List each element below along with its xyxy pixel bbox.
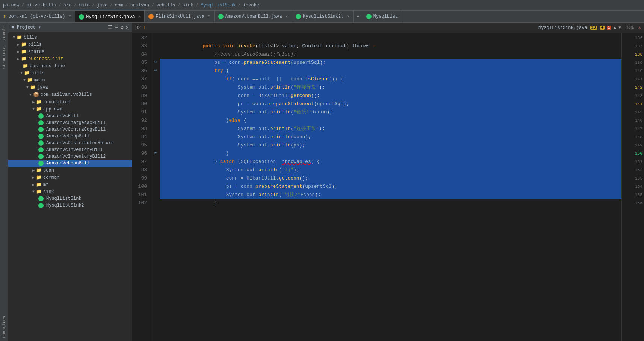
sidebar-item-AmazonVcContraCogsBill[interactable]: AmazonVcContraCogsBill: [8, 126, 132, 133]
gutter-line-91: [151, 107, 160, 116]
sidebar-tree: ▼ 📁 bills ▶ 📁 bills ▶ 📁 status ▶: [8, 32, 132, 341]
flinksink-icon: [148, 14, 154, 19]
sidebar-item-AmazonVcInventoryBill2[interactable]: AmazonVcInventoryBill2: [8, 153, 132, 160]
code-line-96: } catch (SQLException throwables) {: [160, 149, 621, 158]
folder-icon-sink: 📁: [36, 189, 42, 195]
sidebar-item-bean[interactable]: ▶ 📁 bean: [8, 167, 132, 174]
side-labels: Commit Structure Favorites: [0, 23, 8, 341]
bc-pi-now[interactable]: pi-now: [3, 3, 19, 8]
amazonloan-icon: [218, 14, 224, 19]
java-icon-5: [38, 140, 44, 146]
gutter-line-92: [151, 116, 160, 124]
sidebar-icon-collapse[interactable]: ≡: [115, 24, 118, 30]
right-linenum-142: 142: [622, 83, 644, 92]
gutter-line-95: [151, 140, 160, 149]
warn-count-1[interactable]: 13: [590, 26, 597, 30]
tab-amazonloan[interactable]: AmazonVcLoanBill.java ×: [215, 11, 292, 22]
right-linenum-153: 153: [622, 174, 644, 183]
bc-mysqlsink[interactable]: MysqlListSink: [201, 3, 236, 8]
right-linenum-141: 141: [622, 75, 644, 83]
fix-count[interactable]: 1: [607, 26, 611, 30]
sidebar-item-MysqlListSink2[interactable]: MysqlListSink2: [8, 202, 132, 209]
gutter-line-98: [151, 165, 160, 174]
java-icon-7: [38, 154, 44, 159]
sidebar-icon-gear[interactable]: ⚙: [120, 24, 123, 30]
java-icon-3: [38, 127, 44, 132]
right-linenum-155: 155: [622, 191, 644, 199]
code-line-102: [160, 199, 621, 207]
sidebar-item-main[interactable]: ▼ 📁 main: [8, 77, 132, 84]
bc-sink[interactable]: sink: [183, 3, 194, 8]
sidebar-icon-close[interactable]: ✕: [126, 24, 129, 30]
tab-mysqlsink-close[interactable]: ×: [138, 15, 141, 19]
sidebar-item-AmazonVcDistributorReturn[interactable]: AmazonVcDistributorReturn: [8, 140, 132, 146]
sidebar-item-AmazonVcChargebackBill[interactable]: AmazonVcChargebackBill: [8, 119, 132, 126]
sidebar-item-business-init[interactable]: ▶ 📁 business-init: [8, 55, 132, 62]
bc-pi-vc-bills[interactable]: pi-vc-bills: [26, 3, 56, 8]
tab-pom[interactable]: m pom.xml (pi-vc-bills) ×: [0, 11, 75, 22]
gutter-line-101: [151, 190, 160, 198]
right-linenum-147: 147: [622, 125, 644, 133]
sidebar-item-bills-nested[interactable]: ▼ 📁 bills: [8, 69, 132, 77]
sidebar-item-app-dwm[interactable]: ▼ 📁 app.dwm: [8, 106, 132, 113]
gutter-line-84: [151, 50, 160, 58]
folder-icon-10: 📁: [36, 106, 42, 112]
tab-flinksink-close[interactable]: ×: [208, 14, 210, 19]
sidebar-item-business-line[interactable]: 📁 business-line: [8, 62, 132, 69]
code-content[interactable]: public void invoke(List<T> value, Contex…: [160, 33, 621, 341]
line-numbers: 82 83 84 85 86 87 88 89 90 91 92 93 94 9…: [132, 33, 151, 341]
tab-overflow[interactable]: ▾: [354, 14, 363, 20]
bc-main[interactable]: main: [79, 3, 90, 8]
sidebar-item-status[interactable]: ▶ 📁 status: [8, 48, 132, 55]
gutter-line-85: ⊙: [151, 58, 160, 66]
mysqllist-icon: [366, 14, 372, 19]
sidebar-item-sink[interactable]: ▼ 📁 sink: [8, 188, 132, 195]
code-container: 82 83 84 85 86 87 88 89 90 91 92 93 94 9…: [132, 33, 644, 341]
java-icon-9: [38, 196, 44, 201]
sidebar-item-AmazonVcLoanBill[interactable]: AmazonVcLoanBill: [8, 160, 132, 167]
right-linenum-139: 139: [622, 59, 644, 67]
sidebar-icon-locate[interactable]: ☰: [108, 24, 113, 30]
tab-mysqlsink2-close[interactable]: ×: [347, 14, 349, 19]
tab-mysqlsink2[interactable]: MysqlListSink2. ×: [292, 11, 354, 22]
folder-icon-bean: 📁: [36, 167, 42, 173]
bc-src[interactable]: src: [63, 3, 72, 8]
sidebar-item-AmazonVcCoopBill[interactable]: AmazonVcCoopBill: [8, 133, 132, 140]
tab-mysqlsink[interactable]: MysqlListSink.java ×: [75, 11, 145, 22]
tab-amazonloan-close[interactable]: ×: [286, 14, 288, 19]
tab-flinksink[interactable]: FlinkSinkUtil.java ×: [145, 11, 214, 22]
sidebar-item-AmazonVcBill[interactable]: AmazonVcBill: [8, 113, 132, 119]
sidebar-item-common[interactable]: ▶ 📁 common: [8, 174, 132, 181]
gutter: ⊙ ⊙ ⊙: [151, 33, 160, 341]
tab-pom-close[interactable]: ×: [68, 14, 71, 19]
warn-count-2[interactable]: 4: [600, 26, 605, 30]
tab-mysqllist[interactable]: MysqlList: [363, 11, 402, 22]
sidebar-item-MysqlListSink[interactable]: MysqlListSink: [8, 195, 132, 202]
sidebar-icons[interactable]: ☰ ≡ ⚙ ✕: [108, 24, 129, 30]
bc-sailvan[interactable]: sailvan: [130, 3, 149, 8]
sidebar-item-AmazonVcInventoryBill[interactable]: AmazonVcInventoryBill: [8, 146, 132, 153]
right-linenum-145: 145: [622, 108, 644, 116]
label-favorites[interactable]: Favorites: [2, 313, 6, 341]
right-linenum-150: 150: [622, 149, 644, 158]
sidebar-item-mt[interactable]: ▶ 📁 mt: [8, 181, 132, 188]
gutter-line-94: [151, 132, 160, 140]
java-icon-10: [38, 203, 44, 208]
bc-vcbills[interactable]: vcbills: [156, 3, 175, 8]
sidebar-item-com-sailvan[interactable]: ▼ 📦 com.sailvan.vcBills: [8, 91, 132, 98]
bc-invoke[interactable]: invoke: [243, 3, 259, 8]
sidebar-item-java[interactable]: ▼ 📁 java: [8, 84, 132, 91]
gutter-line-99: [151, 174, 160, 182]
sidebar-item-bills-root[interactable]: ▼ 📁 bills: [8, 34, 132, 41]
sidebar-title: ■ Project ▾: [11, 24, 41, 30]
right-line-numbers: 136 137 138 139 140 141 142 143 144 145 …: [621, 33, 644, 341]
sidebar-item-bills[interactable]: ▶ 📁 bills: [8, 41, 132, 48]
label-commit[interactable]: Commit: [2, 23, 6, 44]
bc-java[interactable]: java: [97, 3, 108, 8]
right-linenum-144: 144: [622, 100, 644, 108]
right-linenum-156: 156: [622, 199, 644, 207]
bc-com[interactable]: com: [115, 3, 123, 8]
label-structure[interactable]: Structure: [2, 44, 6, 72]
right-linenum-137: 137: [622, 42, 644, 50]
sidebar-item-annotation[interactable]: ▶ 📁 annotation: [8, 98, 132, 106]
